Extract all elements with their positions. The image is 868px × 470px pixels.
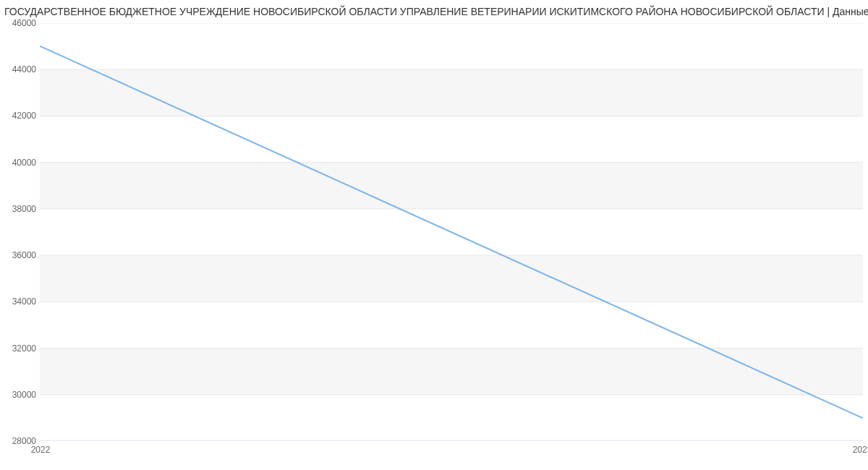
y-tick-label: 34000 [4,296,36,307]
y-tick-label: 44000 [4,64,36,74]
y-tick-label: 30000 [4,390,36,400]
chart-plot-area [40,23,863,441]
x-tick-label: 2023 [853,445,868,455]
y-tick-label: 46000 [4,18,36,28]
y-tick-label: 38000 [4,204,36,214]
chart-svg [40,23,863,441]
grid-band [40,255,863,302]
grid-band [40,69,863,116]
chart-title: ГОСУДАРСТВЕННОЕ БЮДЖЕТНОЕ УЧРЕЖДЕНИЕ НОВ… [0,6,868,17]
grid-band [40,349,863,395]
grid-band [40,163,863,209]
y-tick-label: 42000 [4,111,36,121]
y-tick-label: 32000 [4,343,36,354]
x-tick-label: 2022 [31,445,51,455]
y-tick-label: 40000 [4,158,36,168]
y-tick-label: 36000 [4,250,36,260]
